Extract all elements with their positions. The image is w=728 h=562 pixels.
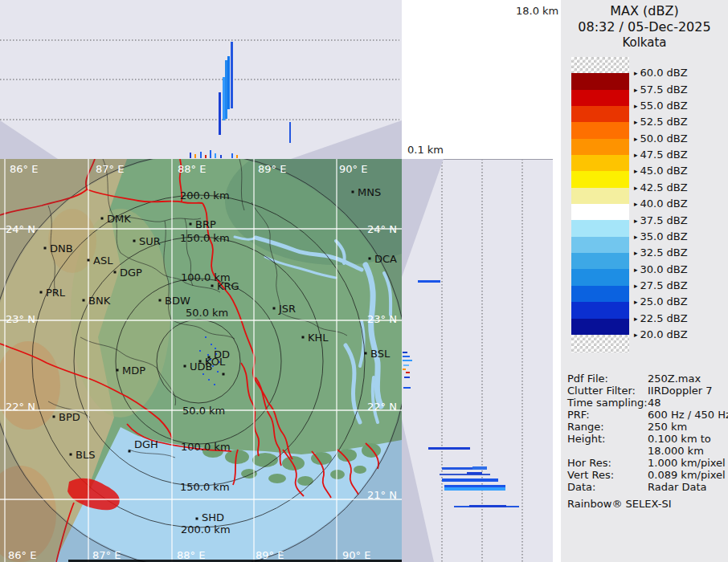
tick-arrow-icon: ▸: [634, 331, 638, 339]
software-brand: Rainbow® SELEX-SI: [567, 498, 726, 511]
city-dot: [129, 450, 131, 453]
city-label: ASL: [93, 255, 113, 267]
city-dot: [273, 307, 276, 310]
radar-echo: [200, 152, 202, 158]
city-dot: [117, 369, 119, 372]
radar-echo: [289, 122, 291, 143]
tick-arrow-icon: ▸: [634, 233, 638, 241]
clutter-speck: [202, 373, 204, 375]
radar-display: 86° E86° E87° E87° E88° E88° E89° E89° E…: [0, 0, 728, 562]
scale-band: [571, 139, 629, 155]
city-label: JSR: [278, 303, 296, 315]
longitude-label: 88° E: [178, 163, 206, 175]
radar-echo: [223, 77, 225, 120]
metadata-label: Height:: [567, 433, 648, 445]
city-dot: [44, 247, 47, 250]
scale-band-transparent: [571, 57, 629, 73]
metadata-row: 18.000 km: [567, 445, 726, 457]
metadata-label: [567, 445, 648, 457]
metadata-row: PRF:600 Hz / 450 Hz: [567, 409, 726, 421]
latitude-label: 24° N: [6, 223, 35, 235]
radar-echo: [440, 474, 490, 475]
metadata-label: Time sampling:: [567, 397, 648, 409]
tick-arrow-icon: ▸: [634, 118, 638, 126]
radar-echo: [231, 42, 233, 108]
metadata-label: Data:: [567, 481, 648, 493]
tick-arrow-icon: ▸: [634, 167, 638, 175]
scale-band: [571, 269, 629, 285]
city-dot: [369, 258, 371, 260]
radar-echo: [403, 369, 406, 370]
radar-echo: [469, 505, 506, 507]
longitude-label: 87° E: [92, 549, 121, 561]
range-ring-label: 200.0 km: [181, 523, 231, 536]
clutter-speck: [208, 379, 210, 381]
city-dot: [40, 291, 43, 294]
city-label: BSL: [370, 348, 391, 360]
radar-echo: [428, 447, 470, 450]
city-label: SUR: [139, 235, 161, 247]
scale-tick-label: ▸45.0 dBZ: [634, 165, 688, 177]
scale-tick-label: ▸50.0 dBZ: [634, 132, 688, 145]
tick-arrow-icon: ▸: [634, 86, 638, 94]
range-ring-label: 100.0 km: [181, 441, 231, 453]
longitude-label: 86° E: [10, 163, 38, 175]
clutter-speck: [217, 371, 219, 373]
side-panel-bg: [402, 159, 553, 562]
scale-tick-label: ▸52.5 dBZ: [634, 116, 688, 128]
top-projection-panel: [0, 0, 402, 159]
delta-island: [354, 466, 366, 474]
tick-arrow-icon: ▸: [634, 184, 638, 192]
city-dot: [101, 218, 104, 220]
radar-echo: [215, 153, 216, 158]
city-label: BLS: [76, 449, 95, 461]
latitude-label: 24° N: [367, 223, 397, 235]
scale-band: [571, 253, 629, 269]
scale-tick-label: ▸60.0 dBZ: [634, 67, 688, 79]
tick-arrow-icon: ▸: [634, 69, 638, 77]
city-label: MDP: [122, 364, 145, 377]
tick-arrow-icon: ▸: [634, 266, 638, 274]
city-dot: [70, 454, 72, 456]
clutter-speck: [199, 350, 201, 352]
metadata-value: 1.000 km/pixel: [648, 457, 726, 469]
radar-echo: [227, 56, 230, 109]
metadata-row: Clutter Filter:IIRDoppler 7: [567, 385, 726, 397]
city-label: UDB: [190, 360, 212, 373]
radar-site-name: Kolkata: [561, 35, 728, 51]
radar-echo: [467, 472, 482, 474]
scale-tick-label: ▸27.5 dBZ: [634, 279, 688, 291]
city-dot: [365, 352, 367, 355]
metadata-value: 250 km: [648, 421, 687, 433]
metadata-row: Hor Res:1.000 km/pixel: [567, 457, 726, 469]
tick-arrow-icon: ▸: [634, 298, 638, 306]
radar-echo: [205, 155, 207, 158]
radar-echo: [210, 150, 211, 158]
metadata-value: 0.089 km/pixel: [648, 469, 726, 481]
scale-band: [571, 73, 629, 89]
city-dot: [114, 271, 117, 274]
scale-band: [571, 155, 629, 171]
radar-echo: [219, 92, 221, 135]
metadata-row: Vert Res:0.089 km/pixel: [567, 469, 726, 481]
scale-tick-label: ▸47.5 dBZ: [634, 149, 688, 161]
radar-echo: [236, 155, 238, 158]
radar-echo: [404, 377, 410, 378]
city-label: MNS: [358, 186, 381, 198]
radar-echo: [190, 153, 191, 158]
city-label: BDW: [165, 295, 190, 307]
radar-echo: [220, 155, 222, 158]
delta-island: [362, 443, 381, 458]
longitude-label: 88° E: [177, 549, 205, 561]
clutter-speck: [211, 344, 212, 345]
scale-band: [571, 171, 629, 187]
metadata-label: Hor Res:: [567, 457, 648, 469]
radar-echo: [403, 356, 410, 357]
metadata-rows: Pdf File:250Z.maxClutter Filter:IIRDoppl…: [567, 373, 726, 493]
city-label: BRP: [195, 218, 216, 230]
city-dot: [184, 365, 186, 368]
city-dot: [223, 373, 225, 376]
city-dot: [352, 191, 354, 193]
radar-echo: [403, 360, 412, 361]
latitude-label: 23° N: [6, 313, 35, 325]
